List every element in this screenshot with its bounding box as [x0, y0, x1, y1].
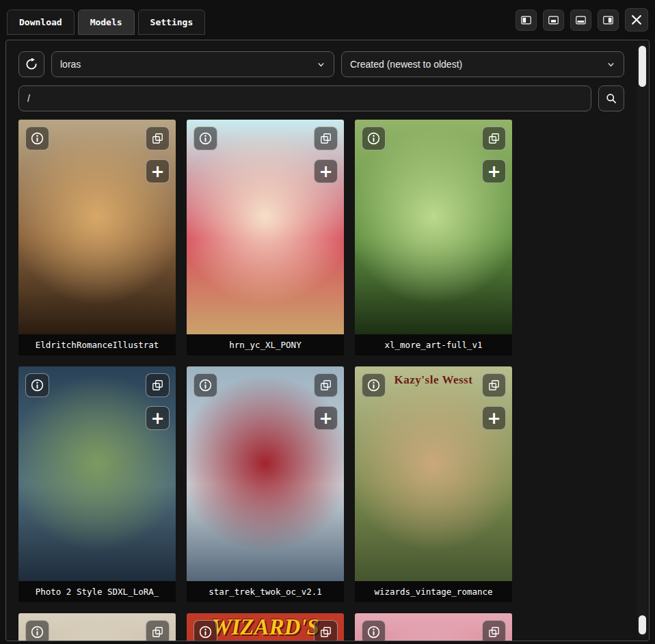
model-name: star_trek_twok_oc_v2.1: [209, 587, 322, 597]
close-button[interactable]: [625, 8, 648, 31]
add-button[interactable]: +: [146, 406, 170, 430]
info-icon: [198, 378, 213, 392]
info-button[interactable]: [25, 373, 49, 397]
info-button[interactable]: [193, 620, 217, 641]
info-icon: [366, 625, 381, 639]
model-name-bar: wizards_vintage_romance: [355, 581, 512, 602]
copy-icon: [151, 132, 164, 145]
copy-button[interactable]: [146, 373, 170, 397]
dock-bottom-icon: [548, 14, 559, 26]
model-card[interactable]: + hrn_yc_XL_PONY: [187, 120, 344, 355]
info-button[interactable]: [362, 373, 386, 397]
filter-toolbar: loras Created (newest to oldest): [6, 40, 649, 77]
sort-select[interactable]: Created (newest to oldest): [341, 51, 624, 77]
model-card[interactable]: Kazy'sle Wesst + wizards_vintage_romance: [355, 366, 512, 602]
copy-icon: [319, 132, 332, 145]
layout-dock-bottom-button[interactable]: [543, 10, 564, 31]
info-button[interactable]: [362, 620, 386, 641]
model-preview-image: +: [18, 613, 176, 641]
sort-value: Created (newest to oldest): [350, 59, 462, 70]
model-preview-image: Kazy'sle Wesst +: [355, 366, 512, 581]
model-card[interactable]: WIZARD'S +: [187, 613, 344, 641]
layout-split-left-button[interactable]: [516, 10, 537, 31]
copy-icon: [151, 626, 164, 639]
panel-bottom-icon: [575, 14, 587, 26]
vertical-scrollbar[interactable]: [637, 42, 647, 639]
model-card[interactable]: + xl_more_art-full_v1: [355, 120, 512, 355]
refresh-icon: [25, 57, 38, 71]
models-panel: loras Created (newest to oldest) +: [5, 40, 650, 641]
model-card[interactable]: + EldritchRomanceIllustrat: [18, 120, 176, 355]
refresh-button[interactable]: [18, 51, 44, 77]
tab-strip: Download Models Settings: [7, 4, 205, 36]
model-name: Photo 2 Style SDXL_LoRA_: [36, 587, 159, 597]
model-card[interactable]: + Photo 2 Style SDXL_LoRA_: [18, 366, 176, 602]
info-icon: [30, 625, 44, 639]
add-button[interactable]: +: [482, 406, 506, 430]
model-name: xl_more_art-full_v1: [385, 340, 483, 350]
copy-icon: [151, 379, 164, 392]
add-button[interactable]: +: [146, 159, 170, 183]
copy-button[interactable]: [482, 620, 506, 641]
model-name-bar: Photo 2 Style SDXL_LoRA_: [18, 581, 176, 602]
add-button[interactable]: +: [314, 159, 338, 183]
copy-icon: [487, 132, 500, 145]
model-type-select[interactable]: loras: [51, 51, 334, 77]
model-type-value: loras: [60, 59, 81, 70]
layout-panel-bottom-button[interactable]: [570, 10, 591, 31]
search-input[interactable]: [18, 85, 591, 111]
copy-icon: [487, 379, 500, 392]
copy-button[interactable]: [146, 126, 170, 150]
app-window: Download Models Settings: [0, 0, 655, 641]
model-preview-image: +: [187, 120, 344, 334]
copy-icon: [487, 626, 500, 639]
info-button[interactable]: [25, 620, 49, 641]
tab-download[interactable]: Download: [7, 10, 75, 35]
copy-icon: [319, 379, 332, 392]
model-preview-image: +: [355, 120, 512, 334]
search-icon: [604, 92, 618, 105]
scrollbar-thumb[interactable]: [639, 46, 646, 87]
model-card[interactable]: +: [355, 613, 512, 641]
info-icon: [366, 378, 381, 392]
model-card[interactable]: +: [18, 613, 176, 641]
split-left-icon: [520, 14, 532, 26]
copy-button[interactable]: [314, 373, 338, 397]
close-icon: [630, 13, 643, 27]
info-button[interactable]: [25, 126, 49, 150]
info-button[interactable]: [193, 373, 217, 397]
model-name-bar: xl_more_art-full_v1: [355, 334, 512, 355]
model-card[interactable]: + star_trek_twok_oc_v2.1: [187, 366, 344, 602]
search-toolbar: [6, 77, 649, 111]
info-icon: [198, 625, 213, 639]
tab-bar: Download Models Settings: [0, 0, 655, 36]
window-controls: [516, 8, 648, 31]
info-icon: [30, 378, 44, 392]
copy-button[interactable]: [314, 620, 338, 641]
info-icon: [366, 131, 381, 146]
model-name-bar: EldritchRomanceIllustrat: [18, 334, 176, 355]
scrollbar-bottom-thumb[interactable]: [639, 615, 646, 634]
tab-settings[interactable]: Settings: [138, 10, 206, 35]
add-button[interactable]: +: [482, 159, 506, 183]
split-right-icon: [602, 14, 614, 26]
model-name: EldritchRomanceIllustrat: [36, 340, 159, 350]
model-grid: + EldritchRomanceIllustrat + hrn_yc_XL_P…: [6, 120, 649, 641]
layout-split-right-button[interactable]: [598, 10, 619, 31]
info-icon: [30, 131, 44, 146]
model-preview-image: +: [355, 613, 512, 641]
copy-button[interactable]: [482, 373, 506, 397]
copy-button[interactable]: [314, 126, 338, 150]
copy-button[interactable]: [482, 126, 506, 150]
tab-models[interactable]: Models: [78, 10, 135, 35]
model-name-bar: hrn_yc_XL_PONY: [187, 334, 344, 355]
model-preview-image: WIZARD'S +: [187, 613, 344, 641]
model-preview-image: +: [18, 366, 176, 581]
search-button[interactable]: [598, 85, 624, 111]
info-button[interactable]: [193, 126, 217, 150]
model-name: hrn_yc_XL_PONY: [229, 340, 301, 350]
add-button[interactable]: +: [314, 406, 338, 430]
copy-button[interactable]: [146, 620, 170, 641]
info-button[interactable]: [362, 126, 386, 150]
model-preview-image: +: [187, 366, 344, 581]
